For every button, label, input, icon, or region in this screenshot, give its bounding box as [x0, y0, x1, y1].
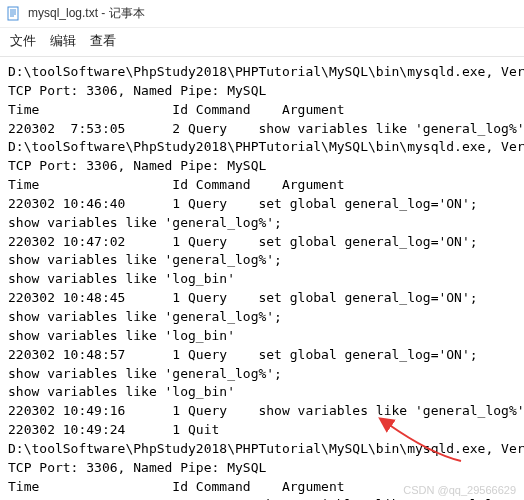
menu-edit[interactable]: 编辑 — [50, 32, 76, 50]
menu-bar: 文件 编辑 查看 — [0, 28, 524, 57]
notepad-icon — [6, 6, 22, 22]
menu-file[interactable]: 文件 — [10, 32, 36, 50]
window-title: mysql_log.txt - 记事本 — [28, 5, 145, 22]
text-content[interactable]: D:\toolSoftware\PhpStudy2018\PHPTutorial… — [0, 57, 524, 500]
title-bar: mysql_log.txt - 记事本 — [0, 0, 524, 28]
menu-view[interactable]: 查看 — [90, 32, 116, 50]
watermark: CSDN @qq_29566629 — [403, 484, 516, 496]
